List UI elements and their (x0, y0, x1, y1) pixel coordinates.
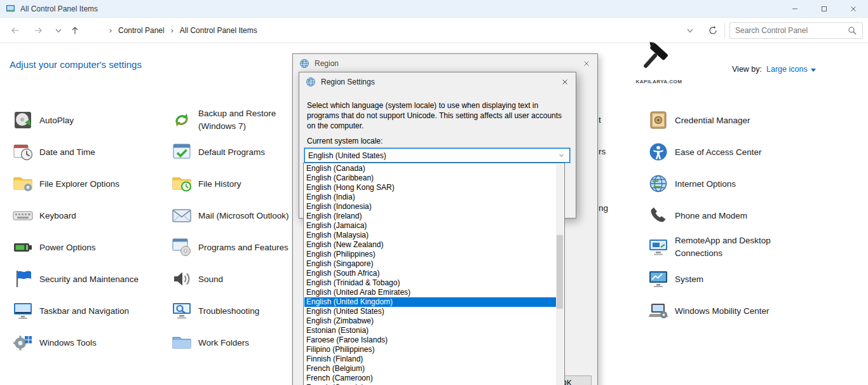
control-panel-item-label[interactable]: Sound (198, 274, 223, 284)
breadcrumb: › Control Panel › All Control Panel Item… (105, 18, 260, 43)
control-panel-item[interactable]: Backup and Restore (Windows 7) (172, 104, 303, 136)
view-by-caret-icon[interactable] (811, 69, 816, 72)
control-panel-item-label[interactable]: File Explorer Options (39, 179, 119, 189)
control-panel-item-label[interactable]: Credential Manager (675, 116, 750, 125)
dropdown-scrollbar[interactable] (556, 164, 564, 385)
control-panel-item[interactable]: Troubleshooting (172, 295, 259, 327)
forward-button[interactable] (31, 23, 46, 38)
locale-option[interactable]: Finnish (Finland) (304, 355, 556, 364)
control-panel-item-label[interactable]: Windows Mobility Center (675, 306, 770, 316)
region-settings-titlebar[interactable]: Region Settings (299, 72, 576, 91)
control-panel-item[interactable]: Sound (172, 263, 223, 295)
locale-option[interactable]: Estonian (Estonia) (304, 326, 556, 335)
locale-option[interactable]: English (Canada) (304, 164, 556, 173)
control-panel-item[interactable]: Keyboard (13, 199, 76, 231)
combobox-chevron-icon[interactable] (558, 152, 565, 159)
control-panel-item[interactable]: Programs and Features (172, 231, 288, 263)
control-panel-item-label[interactable]: AutoPlay (39, 116, 74, 125)
control-panel-item[interactable]: Internet Options (648, 168, 736, 199)
control-panel-item[interactable]: Work Folders (172, 327, 249, 358)
breadcrumb-current[interactable]: All Control Panel Items (177, 26, 260, 35)
refresh-button[interactable] (705, 23, 721, 38)
control-panel-item-label[interactable]: Windows Tools (39, 338, 97, 348)
locale-option[interactable]: English (New Zealand) (304, 240, 556, 250)
locale-option[interactable]: French (Belgium) (304, 364, 556, 374)
locale-option[interactable]: English (Zimbabwe) (304, 316, 556, 326)
view-by-value[interactable]: Large icons (766, 65, 808, 74)
search-input[interactable] (730, 26, 847, 35)
up-button[interactable] (67, 23, 83, 38)
security-maintenance-icon (13, 269, 33, 289)
locale-option[interactable]: English (Singapore) (304, 259, 556, 269)
address-dropdown-button[interactable] (682, 23, 698, 38)
locale-option[interactable]: English (Ireland) (304, 212, 556, 221)
control-panel-item-label[interactable]: Security and Maintenance (39, 274, 139, 284)
control-panel-item-label[interactable]: Default Programs (198, 147, 265, 157)
control-panel-item-label[interactable]: Mail (Microsoft Outlook) (198, 211, 289, 220)
region-settings-close-button[interactable] (547, 72, 576, 91)
dropdown-scrollbar-thumb[interactable] (557, 235, 563, 309)
control-panel-item-label[interactable]: System (675, 274, 703, 284)
control-panel-item-label[interactable]: Date and Time (39, 147, 95, 157)
locale-option[interactable]: English (Malaysia) (304, 231, 556, 240)
locale-option[interactable]: English (Hong Kong SAR) (304, 183, 556, 192)
control-panel-item-label[interactable]: Power Options (39, 243, 96, 252)
control-panel-item[interactable]: File History (172, 168, 241, 199)
breadcrumb-chevron[interactable]: › (167, 26, 177, 35)
watermark: KAPILARYA.COM (632, 42, 686, 84)
locale-option[interactable]: English (Caribbean) (304, 173, 556, 183)
control-panel-item[interactable]: Power Options (13, 231, 96, 263)
locale-option[interactable]: English (United States) (304, 307, 556, 316)
control-panel-item-label[interactable]: Ease of Access Center (675, 147, 762, 157)
control-panel-item[interactable]: Mail (Microsoft Outlook) (172, 199, 289, 231)
sound-icon (172, 269, 192, 289)
control-panel-item[interactable]: Taskbar and Navigation (13, 295, 129, 327)
locale-option[interactable]: English (India) (304, 192, 556, 202)
region-dialog-close-button[interactable] (569, 54, 597, 73)
control-panel-item[interactable]: System (648, 263, 703, 295)
locale-option[interactable]: English (Indonesia) (304, 202, 556, 212)
region-dialog-titlebar[interactable]: Region (293, 54, 597, 73)
control-panel-item-label[interactable]: Programs and Features (198, 243, 288, 252)
control-panel-item[interactable]: Ease of Access Center (648, 136, 762, 168)
system-locale-combobox[interactable]: English (United States) (304, 148, 570, 163)
ease-of-access-icon (648, 142, 668, 162)
locale-option[interactable]: English (South Africa) (304, 269, 556, 278)
control-panel-item[interactable]: Default Programs (172, 136, 265, 168)
control-panel-item-label[interactable]: Keyboard (39, 211, 76, 220)
locale-option[interactable]: French (Cameroon) (304, 374, 556, 383)
control-panel-item-label[interactable]: Troubleshooting (198, 306, 259, 316)
maximize-button[interactable] (810, 0, 839, 18)
control-panel-item-label[interactable]: Internet Options (675, 179, 736, 189)
control-panel-item[interactable]: File Explorer Options (13, 168, 119, 199)
recent-pages-button[interactable] (51, 23, 66, 38)
control-panel-item[interactable]: Date and Time (13, 136, 95, 168)
locale-option[interactable]: Faroese (Faroe Islands) (304, 335, 556, 345)
control-panel-item[interactable]: Security and Maintenance (13, 263, 139, 295)
backup-restore-icon (172, 110, 192, 130)
locale-option[interactable]: English (United Kingdom) (304, 297, 556, 307)
locale-option[interactable]: English (Jamaica) (304, 221, 556, 231)
breadcrumb-chevron[interactable]: › (105, 26, 116, 35)
control-panel-item-label[interactable]: Taskbar and Navigation (39, 306, 129, 316)
locale-option[interactable]: English (Trinidad & Tobago) (304, 278, 556, 288)
locale-option[interactable]: English (Philippines) (304, 250, 556, 259)
control-panel-item[interactable]: Phone and Modem (648, 199, 747, 231)
minimize-button[interactable] (780, 0, 810, 18)
control-panel-item-label[interactable]: Phone and Modem (675, 211, 747, 220)
control-panel-item[interactable]: RemoteApp and Desktop Connections (648, 231, 780, 263)
control-panel-item-label[interactable]: RemoteApp and Desktop Connections (675, 234, 780, 259)
control-panel-item[interactable]: Windows Tools (13, 327, 97, 358)
control-panel-item-label[interactable]: File History (198, 179, 241, 189)
control-panel-item-label[interactable]: Backup and Restore (Windows 7) (198, 107, 303, 132)
close-window-button[interactable] (839, 0, 868, 18)
breadcrumb-control-panel[interactable]: Control Panel (116, 26, 167, 35)
search-icon[interactable] (847, 25, 857, 36)
control-panel-item-label[interactable]: Work Folders (198, 338, 249, 348)
control-panel-item[interactable]: AutoPlay (13, 104, 74, 136)
control-panel-item[interactable]: Windows Mobility Center (648, 295, 770, 327)
back-button[interactable] (8, 23, 23, 38)
locale-option[interactable]: Filipino (Philippines) (304, 345, 556, 355)
control-panel-item[interactable]: Credential Manager (648, 104, 750, 136)
locale-option[interactable]: English (United Arab Emirates) (304, 288, 556, 297)
